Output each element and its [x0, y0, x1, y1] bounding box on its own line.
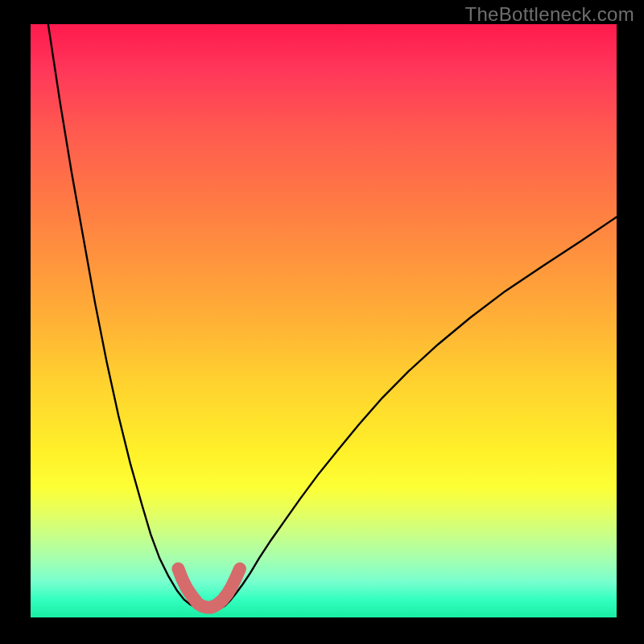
right-curve — [221, 217, 617, 609]
curve-overlay — [31, 24, 617, 617]
chart-frame: TheBottleneck.com — [0, 0, 644, 644]
plot-area — [31, 24, 617, 617]
watermark-text: TheBottleneck.com — [464, 3, 634, 26]
left-curve — [48, 24, 198, 608]
